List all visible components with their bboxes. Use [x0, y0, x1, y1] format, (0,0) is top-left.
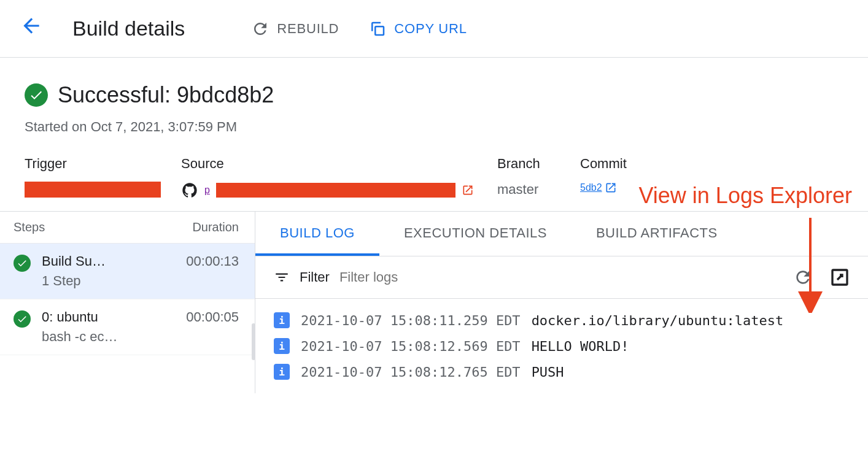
step-duration: 00:00:05	[186, 309, 239, 345]
started-timestamp: Started on Oct 7, 2021, 3:07:59 PM	[25, 119, 843, 135]
source-value-redacted	[216, 183, 455, 198]
branch-value: master	[497, 182, 580, 198]
trigger-value-redacted	[25, 182, 161, 198]
duration-header-label: Duration	[192, 220, 239, 234]
copy-url-button[interactable]: COPY URL	[368, 20, 467, 38]
source-link[interactable]: p	[181, 182, 497, 199]
step-title: Build Su…	[42, 253, 175, 269]
copy-icon	[368, 20, 387, 38]
step-duration: 00:00:13	[186, 253, 239, 289]
log-line[interactable]: i 2021-10-07 15:08:12.569 EDT HELLO WORL…	[255, 333, 868, 359]
open-in-logs-explorer-icon[interactable]	[830, 267, 850, 287]
back-arrow-icon[interactable]	[20, 14, 43, 43]
commit-hash: 5db2	[580, 182, 602, 193]
success-check-icon	[25, 83, 48, 107]
log-message: docker.io/library/ubuntu:latest	[532, 313, 784, 328]
build-status-title: Successful: 9bdcd8b2	[58, 82, 274, 108]
log-line[interactable]: i 2021-10-07 15:08:11.259 EDT docker.io/…	[255, 307, 868, 333]
tab-build-log[interactable]: BUILD LOG	[255, 212, 379, 256]
source-label: Source	[181, 156, 497, 172]
external-link-icon	[605, 182, 617, 194]
log-timestamp: 2021-10-07 15:08:12.765 EDT	[301, 364, 521, 380]
refresh-icon	[251, 20, 269, 38]
filter-icon	[274, 269, 290, 285]
scroll-indicator[interactable]	[252, 323, 255, 360]
refresh-logs-icon[interactable]	[793, 267, 813, 287]
branch-label: Branch	[497, 156, 580, 172]
info-badge-icon: i	[274, 364, 290, 380]
external-link-icon	[462, 184, 474, 196]
log-line[interactable]: i 2021-10-07 15:08:12.765 EDT PUSH	[255, 359, 868, 385]
log-timestamp: 2021-10-07 15:08:12.569 EDT	[301, 339, 521, 354]
log-timestamp: 2021-10-07 15:08:11.259 EDT	[301, 313, 521, 328]
filter-label: Filter	[300, 269, 330, 285]
step-row[interactable]: Build Su… 1 Step 00:00:13	[0, 244, 255, 299]
step-title: 0: ubuntu	[42, 309, 175, 325]
commit-label: Commit	[580, 156, 703, 172]
copy-url-label: COPY URL	[394, 21, 467, 37]
svg-rect-0	[376, 26, 384, 35]
log-message: HELLO WORLD!	[532, 339, 629, 354]
page-title: Build details	[72, 17, 185, 40]
info-badge-icon: i	[274, 338, 290, 354]
filter-logs-input[interactable]	[339, 269, 783, 285]
commit-link[interactable]: 5db2	[580, 182, 703, 194]
rebuild-label: REBUILD	[277, 21, 339, 37]
step-subtitle: bash -c ec…	[42, 329, 175, 345]
tab-execution-details[interactable]: EXECUTION DETAILS	[379, 212, 572, 256]
step-row[interactable]: 0: ubuntu bash -c ec… 00:00:05	[0, 299, 255, 355]
rebuild-button[interactable]: REBUILD	[251, 20, 339, 38]
tab-build-artifacts[interactable]: BUILD ARTIFACTS	[572, 212, 742, 256]
steps-panel: Steps Duration Build Su… 1 Step 00:00:13…	[0, 212, 255, 393]
github-icon	[181, 182, 198, 199]
step-success-icon	[14, 310, 31, 328]
source-prefix: p	[204, 185, 210, 196]
step-subtitle: 1 Step	[42, 273, 175, 289]
trigger-label: Trigger	[25, 156, 181, 172]
log-output: i 2021-10-07 15:08:11.259 EDT docker.io/…	[255, 299, 868, 393]
log-message: PUSH	[532, 364, 564, 380]
info-badge-icon: i	[274, 312, 290, 328]
steps-header-label: Steps	[14, 220, 45, 234]
step-success-icon	[14, 255, 31, 272]
